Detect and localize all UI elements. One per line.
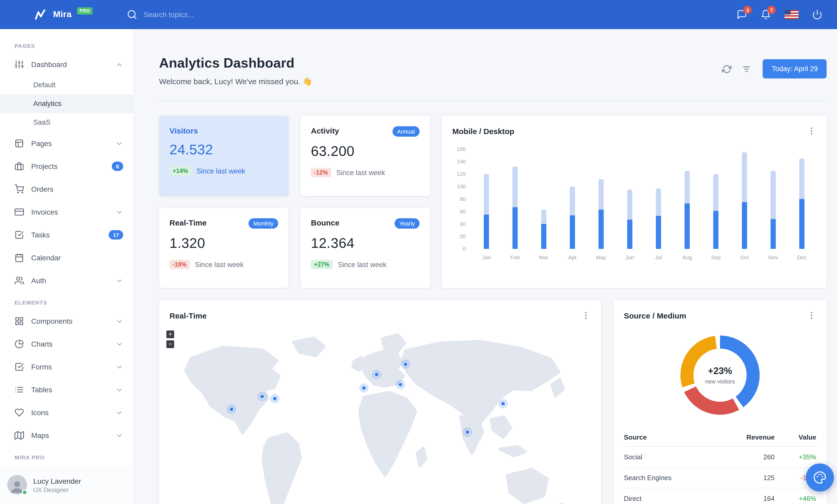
- card-title: Source / Medium: [624, 311, 686, 320]
- x-axis-label: Jul: [655, 254, 662, 260]
- delta-badge: -12%: [311, 168, 331, 177]
- logout-button[interactable]: [812, 10, 822, 20]
- map-marker[interactable]: [398, 382, 403, 387]
- sidebar-user[interactable]: Lucy Lavender UX Designer: [0, 466, 133, 504]
- sidebar-item-icons[interactable]: Icons: [0, 401, 133, 424]
- period-badge: Monthly: [249, 218, 278, 229]
- refresh-button[interactable]: [723, 64, 732, 74]
- sidebar-item-projects[interactable]: Projects8: [0, 155, 133, 178]
- search-icon: [127, 10, 137, 20]
- more-vertical-icon[interactable]: [807, 126, 816, 136]
- shopping-cart-icon: [15, 184, 24, 194]
- map-marker[interactable]: [465, 430, 470, 434]
- page-actions: Today: April 29: [723, 59, 826, 78]
- sidebar-item-tasks[interactable]: Tasks17: [0, 223, 133, 246]
- sidebar-item-analytics[interactable]: Analytics: [0, 95, 133, 113]
- users-icon: [15, 276, 24, 285]
- bar-desktop-jan: [484, 174, 489, 214]
- sidebar-item-pages[interactable]: Pages: [0, 132, 133, 155]
- mobile-desktop-card: Mobile / Desktop 020406080100120140160Ja…: [442, 116, 826, 288]
- filter-button[interactable]: [742, 64, 751, 74]
- map-marker[interactable]: [229, 407, 234, 411]
- map-marker[interactable]: [501, 402, 505, 406]
- map-marker[interactable]: [374, 372, 379, 377]
- sidebar-item-dashboard[interactable]: Dashboard: [0, 53, 133, 76]
- brand[interactable]: Mira PRO: [34, 8, 92, 21]
- bar-mobile-jun: [627, 220, 633, 249]
- us-flag-icon: [784, 10, 799, 19]
- map-marker[interactable]: [403, 362, 408, 367]
- app-root: Mira PRO 3 7: [0, 0, 837, 504]
- chevron-down-icon: [115, 139, 123, 147]
- stat-value: 1.320: [170, 236, 278, 251]
- brand-name: Mira: [53, 10, 72, 20]
- table-row: Social260+35%: [624, 447, 816, 467]
- bar-desktop-oct: [742, 152, 747, 202]
- cell-revenue: 260: [725, 447, 774, 467]
- sidebar-item-maps[interactable]: Maps: [0, 424, 133, 447]
- sidebar-item-saas[interactable]: SaaS: [0, 113, 133, 132]
- bar-desktop-apr: [570, 187, 575, 215]
- cell-source: Social: [624, 447, 725, 467]
- sidebar-item-forms[interactable]: Forms: [0, 355, 133, 378]
- check-square-icon: [15, 362, 24, 372]
- card-title: Real-Time: [170, 311, 207, 320]
- y-axis-tick: 120: [457, 171, 466, 177]
- sidebar-item-tables[interactable]: Tables: [0, 378, 133, 401]
- bar-mobile-dec: [799, 199, 804, 249]
- source-table: Source Revenue Value Social260+35%Search…: [624, 428, 816, 504]
- map-zoom-in-button[interactable]: +: [166, 331, 174, 338]
- x-axis-label: Aug: [682, 254, 692, 260]
- sidebar-item-calendar[interactable]: Calendar: [0, 246, 133, 269]
- sidebar-item-label: Orders: [31, 184, 54, 194]
- theme-settings-fab[interactable]: [806, 464, 834, 491]
- global-search[interactable]: [127, 10, 268, 20]
- briefcase-icon: [15, 162, 24, 171]
- sidebar-item-auth[interactable]: Auth: [0, 269, 133, 292]
- stat-card-bounce[interactable]: Bounce Yearly 12.364 +27% Since last wee…: [301, 208, 430, 288]
- bar-desktop-feb: [513, 167, 518, 207]
- x-axis-label: Oct: [740, 254, 749, 260]
- bar-mobile-jul: [656, 216, 661, 249]
- donut-center-label: new visitors: [705, 378, 735, 385]
- world-map: + −: [159, 322, 601, 504]
- sidebar-item-orders[interactable]: Orders: [0, 178, 133, 201]
- mira-logo-icon: [34, 8, 48, 21]
- search-input[interactable]: [143, 11, 268, 19]
- x-axis-label: May: [596, 254, 606, 260]
- y-axis-tick: 160: [457, 146, 466, 152]
- pie-chart-icon: [15, 339, 24, 349]
- stat-caption: Since last week: [196, 167, 245, 175]
- stat-card-visitors[interactable]: Visitors 24.532 +14% Since last week: [159, 116, 288, 196]
- page-title: Analytics Dashboard: [159, 54, 312, 72]
- map-marker[interactable]: [361, 386, 366, 390]
- notifications-button[interactable]: 7: [761, 10, 771, 20]
- layout-icon: [15, 139, 24, 148]
- bar-desktop-sep: [713, 174, 718, 211]
- map-marker[interactable]: [260, 394, 264, 399]
- more-vertical-icon[interactable]: [581, 311, 591, 320]
- sidebar-item-components[interactable]: Components: [0, 310, 133, 333]
- cell-value: +46%: [774, 488, 816, 504]
- sidebar-item-label: SaaS: [33, 118, 50, 127]
- sidebar-item-charts[interactable]: Charts: [0, 333, 133, 355]
- column-header: Value: [774, 428, 816, 447]
- date-range-button[interactable]: Today: April 29: [763, 59, 826, 78]
- bar-mobile-oct: [742, 202, 747, 249]
- sidebar-section-label: PAGES: [0, 35, 133, 53]
- map-marker[interactable]: [273, 396, 277, 401]
- map-icon: [15, 431, 24, 440]
- map-zoom-out-button[interactable]: −: [166, 340, 174, 348]
- chevron-down-icon: [115, 409, 123, 416]
- bar-desktop-nov: [771, 171, 776, 219]
- sidebar-item-invoices[interactable]: Invoices: [0, 201, 133, 223]
- realtime-map-card: Real-Time: [159, 300, 601, 504]
- messages-button[interactable]: 3: [737, 10, 747, 20]
- language-selector[interactable]: [784, 10, 799, 19]
- main-content: Analytics Dashboard Welcome back, Lucy! …: [134, 29, 837, 504]
- stat-card-activity[interactable]: Activity Annual 63.200 -12% Since last w…: [301, 116, 430, 196]
- sidebar-item-default[interactable]: Default: [0, 76, 133, 95]
- stat-card-realtime[interactable]: Real-Time Monthly 1.320 -18% Since last …: [159, 208, 288, 288]
- top-navbar: Mira PRO 3 7: [0, 0, 837, 29]
- more-vertical-icon[interactable]: [807, 311, 816, 320]
